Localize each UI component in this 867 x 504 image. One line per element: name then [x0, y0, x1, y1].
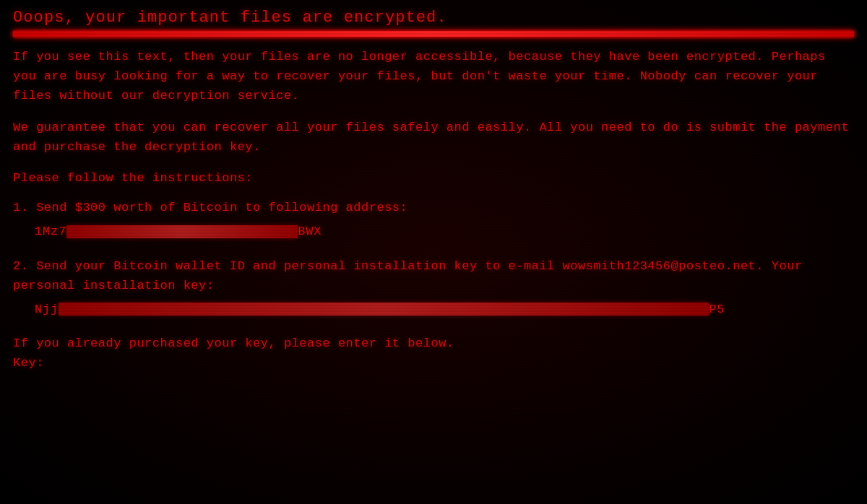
main-content: If you see this text, then your files ar… [13, 47, 854, 373]
instructions-header: Please follow the instructions: [13, 168, 854, 188]
paragraph-2: We guarantee that you can recover all yo… [13, 118, 854, 157]
key-prefix: Njj [35, 303, 59, 316]
key-redacted [59, 303, 709, 316]
instructions-header-text: Please follow the instructions: [13, 171, 253, 185]
key-input-section: If you already purchased your key, pleas… [13, 334, 854, 373]
personal-key-line: NjjP5 [35, 300, 854, 319]
btc-redacted [66, 225, 298, 238]
bitcoin-address: 1Mz7BWX [35, 222, 854, 241]
paragraph-1: If you see this text, then your files ar… [13, 47, 854, 106]
red-divider [13, 31, 854, 37]
paragraph-2-text: We guarantee that you can recover all yo… [13, 121, 849, 154]
key-suffix: P5 [709, 303, 725, 316]
btc-suffix: BWX [298, 225, 322, 238]
step-2-label: 2. Send your Bitcoin wallet ID and perso… [13, 259, 803, 292]
footer-line: If you already purchased your key, pleas… [13, 334, 854, 353]
step-1: 1. Send $300 worth of Bitcoin to followi… [13, 198, 854, 241]
title: Ooops, your important files are encrypte… [13, 9, 854, 27]
paragraph-1-text: If you see this text, then your files ar… [13, 50, 826, 103]
step-1-label: 1. Send $300 worth of Bitcoin to followi… [13, 201, 407, 214]
key-label: Key: [13, 353, 854, 373]
ransomware-screen: Ooops, your important files are encrypte… [0, 0, 867, 504]
step-2: 2. Send your Bitcoin wallet ID and perso… [13, 256, 854, 320]
btc-prefix: 1Mz7 [35, 225, 66, 238]
